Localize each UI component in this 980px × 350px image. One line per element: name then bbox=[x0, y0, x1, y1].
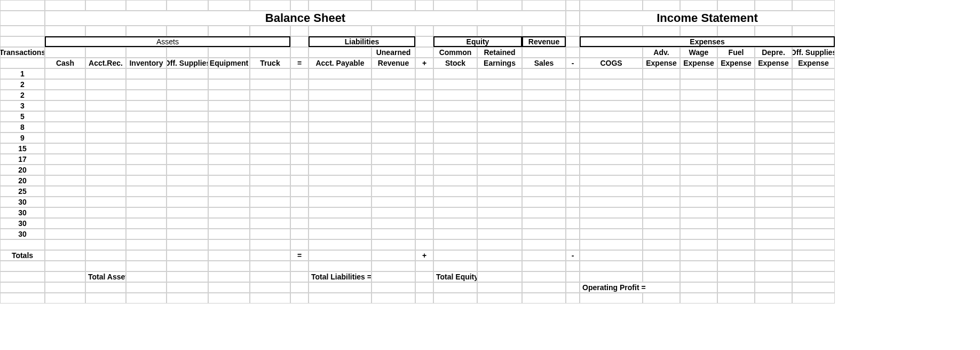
grid-cell[interactable] bbox=[290, 239, 309, 250]
grid-cell[interactable] bbox=[290, 79, 309, 90]
grid-cell[interactable] bbox=[85, 175, 126, 186]
grid-cell[interactable] bbox=[522, 122, 566, 133]
grid-cell[interactable] bbox=[755, 197, 792, 207]
grid-cell[interactable] bbox=[372, 218, 415, 229]
grid-cell[interactable] bbox=[792, 229, 835, 239]
grid-cell[interactable] bbox=[415, 293, 433, 304]
grid-cell[interactable] bbox=[433, 250, 477, 261]
grid-cell[interactable] bbox=[566, 282, 580, 293]
grid-cell[interactable] bbox=[208, 186, 250, 197]
grid-cell[interactable] bbox=[522, 229, 566, 239]
grid-cell[interactable] bbox=[167, 165, 208, 175]
grid-cell[interactable] bbox=[643, 250, 680, 261]
grid-cell[interactable] bbox=[309, 207, 372, 218]
grid-cell[interactable] bbox=[792, 154, 835, 165]
grid-cell[interactable] bbox=[250, 79, 290, 90]
grid-cell[interactable] bbox=[792, 133, 835, 143]
grid-cell[interactable] bbox=[792, 239, 835, 250]
grid-cell[interactable] bbox=[0, 282, 45, 293]
grid-cell[interactable] bbox=[372, 261, 415, 271]
grid-cell[interactable] bbox=[680, 261, 717, 271]
grid-cell[interactable] bbox=[680, 90, 717, 100]
grid-cell[interactable] bbox=[372, 133, 415, 143]
grid-cell[interactable] bbox=[309, 47, 372, 58]
grid-cell[interactable] bbox=[309, 239, 372, 250]
grid-cell[interactable] bbox=[290, 133, 309, 143]
grid-cell[interactable] bbox=[755, 26, 792, 36]
grid-cell[interactable] bbox=[415, 36, 433, 47]
grid-cell[interactable] bbox=[372, 143, 415, 154]
grid-cell[interactable] bbox=[415, 100, 433, 111]
grid-cell[interactable] bbox=[309, 100, 372, 111]
grid-cell[interactable] bbox=[580, 122, 643, 133]
grid-cell[interactable] bbox=[755, 261, 792, 271]
grid-cell[interactable] bbox=[717, 111, 755, 122]
grid-cell[interactable] bbox=[309, 0, 372, 11]
grid-cell[interactable] bbox=[208, 218, 250, 229]
grid-cell[interactable] bbox=[126, 239, 167, 250]
grid-cell[interactable] bbox=[717, 68, 755, 79]
grid-cell[interactable] bbox=[433, 207, 477, 218]
grid-cell[interactable] bbox=[477, 79, 522, 90]
grid-cell[interactable] bbox=[208, 100, 250, 111]
grid-cell[interactable] bbox=[792, 250, 835, 261]
grid-cell[interactable] bbox=[372, 197, 415, 207]
grid-cell[interactable] bbox=[680, 133, 717, 143]
grid-cell[interactable] bbox=[250, 293, 290, 304]
grid-cell[interactable] bbox=[643, 271, 680, 282]
grid-cell[interactable] bbox=[415, 47, 433, 58]
grid-cell[interactable] bbox=[309, 143, 372, 154]
grid-cell[interactable] bbox=[580, 261, 643, 271]
grid-cell[interactable] bbox=[755, 79, 792, 90]
grid-cell[interactable] bbox=[433, 175, 477, 186]
grid-cell[interactable] bbox=[126, 218, 167, 229]
grid-cell[interactable] bbox=[477, 133, 522, 143]
grid-cell[interactable] bbox=[717, 218, 755, 229]
grid-cell[interactable] bbox=[126, 197, 167, 207]
grid-cell[interactable] bbox=[167, 229, 208, 239]
grid-cell[interactable] bbox=[85, 186, 126, 197]
grid-cell[interactable] bbox=[566, 218, 580, 229]
grid-cell[interactable] bbox=[85, 122, 126, 133]
grid-cell[interactable] bbox=[250, 100, 290, 111]
grid-cell[interactable] bbox=[208, 175, 250, 186]
grid-cell[interactable] bbox=[643, 79, 680, 90]
grid-cell[interactable] bbox=[433, 239, 477, 250]
grid-cell[interactable] bbox=[566, 68, 580, 79]
grid-cell[interactable] bbox=[477, 282, 522, 293]
grid-cell[interactable] bbox=[522, 100, 566, 111]
grid-cell[interactable] bbox=[126, 175, 167, 186]
grid-cell[interactable] bbox=[477, 250, 522, 261]
grid-cell[interactable] bbox=[717, 293, 755, 304]
grid-cell[interactable] bbox=[126, 293, 167, 304]
grid-cell[interactable] bbox=[45, 79, 85, 90]
grid-cell[interactable] bbox=[477, 26, 522, 36]
grid-cell[interactable] bbox=[85, 293, 126, 304]
grid-cell[interactable] bbox=[45, 133, 85, 143]
grid-cell[interactable] bbox=[250, 26, 290, 36]
grid-cell[interactable] bbox=[290, 229, 309, 239]
grid-cell[interactable] bbox=[167, 282, 208, 293]
grid-cell[interactable] bbox=[0, 271, 45, 282]
grid-cell[interactable] bbox=[45, 218, 85, 229]
grid-cell[interactable] bbox=[433, 143, 477, 154]
grid-cell[interactable] bbox=[522, 186, 566, 197]
grid-cell[interactable] bbox=[477, 122, 522, 133]
grid-cell[interactable] bbox=[680, 26, 717, 36]
grid-cell[interactable] bbox=[372, 111, 415, 122]
grid-cell[interactable] bbox=[167, 186, 208, 197]
grid-cell[interactable] bbox=[566, 154, 580, 165]
grid-cell[interactable] bbox=[372, 175, 415, 186]
grid-cell[interactable] bbox=[85, 90, 126, 100]
grid-cell[interactable] bbox=[250, 68, 290, 79]
grid-cell[interactable] bbox=[566, 229, 580, 239]
grid-cell[interactable] bbox=[415, 271, 433, 282]
grid-cell[interactable] bbox=[85, 68, 126, 79]
grid-cell[interactable] bbox=[580, 100, 643, 111]
grid-cell[interactable] bbox=[309, 165, 372, 175]
grid-cell[interactable] bbox=[680, 207, 717, 218]
grid-cell[interactable] bbox=[680, 111, 717, 122]
grid-cell[interactable] bbox=[566, 293, 580, 304]
grid-cell[interactable] bbox=[372, 207, 415, 218]
grid-cell[interactable] bbox=[680, 186, 717, 197]
